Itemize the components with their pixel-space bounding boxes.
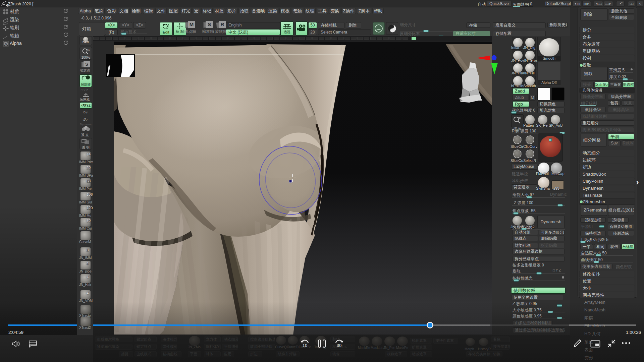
svg-text:A: A	[5, 42, 7, 46]
svg-text:10: 10	[303, 343, 307, 348]
svg-text:30: 30	[337, 343, 341, 348]
svg-text:x1: x1	[87, 49, 90, 51]
